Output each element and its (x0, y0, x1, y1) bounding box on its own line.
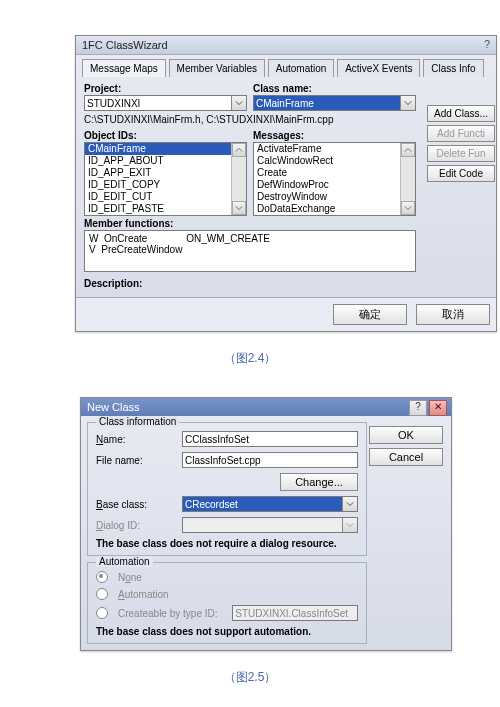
figure-caption: （图2.4） (20, 350, 480, 367)
chevron-down-icon[interactable] (400, 96, 415, 110)
list-item[interactable]: ID_EDIT_PASTE (85, 203, 246, 215)
group-title: Automation (96, 556, 153, 567)
baseclass-combo[interactable]: CRecordset (182, 496, 358, 512)
scroll-up-icon[interactable] (232, 143, 246, 157)
objectids-list[interactable]: CMainFrame ID_APP_ABOUT ID_APP_EXIT ID_E… (84, 142, 247, 216)
close-icon[interactable]: ✕ (429, 400, 447, 416)
objectids-label: Object IDs: (84, 130, 247, 141)
tab-member-variables[interactable]: Member Variables (169, 59, 265, 77)
dialog-buttons: OK Cancel (363, 426, 443, 470)
project-combo[interactable]: STUDXINXI (84, 95, 247, 111)
tab-automation[interactable]: Automation (268, 59, 335, 77)
list-item[interactable]: DestroyWindow (254, 191, 415, 203)
button-bar: 确定 取消 (76, 297, 496, 331)
delete-function-button: Delete Fun (427, 145, 495, 162)
edit-code-button[interactable]: Edit Code (427, 165, 495, 182)
side-buttons: Add Class... Add Functi Delete Fun Edit … (427, 105, 497, 185)
chevron-down-icon[interactable] (342, 497, 357, 511)
ok-button[interactable]: OK (369, 426, 443, 444)
name-label: Name: (96, 434, 176, 445)
list-item[interactable]: ID_APP_EXIT (85, 167, 246, 179)
file-path: C:\STUDXINXI\MainFrm.h, C:\STUDXINXI\Mai… (84, 114, 416, 125)
title-text: 1FC ClassWizard (82, 39, 168, 51)
radio-createable (96, 607, 108, 619)
ok-button[interactable]: 确定 (333, 304, 407, 325)
classname-combo[interactable]: CMainFrame (253, 95, 416, 111)
list-item[interactable]: DoDataExchange (254, 203, 415, 215)
messages-label: Messages: (253, 130, 416, 141)
list-item[interactable]: DefWindowProc (254, 179, 415, 191)
figure-caption: （图2.5） (20, 669, 480, 686)
tab-class-info[interactable]: Class Info (423, 59, 483, 77)
classname-label: Class name: (253, 83, 416, 94)
list-item[interactable]: GetActiveDocument (254, 215, 415, 216)
add-function-button: Add Functi (427, 125, 495, 142)
add-class-button[interactable]: Add Class... (427, 105, 495, 122)
messages-list[interactable]: ActivateFrame CalcWindowRect Create DefW… (253, 142, 416, 216)
scroll-up-icon[interactable] (401, 143, 415, 157)
titlebar: 1FC ClassWizard ? (76, 36, 496, 55)
chevron-down-icon (342, 518, 357, 532)
filename-label: File name: (96, 455, 176, 466)
list-item[interactable]: CMainFrame (85, 143, 246, 155)
list-item[interactable]: CalcWindowRect (254, 155, 415, 167)
tab-activex-events[interactable]: ActiveX Events (337, 59, 420, 77)
radio-automation (96, 588, 108, 600)
baseclass-label: Base class: (96, 499, 176, 510)
list-item[interactable]: W OnCreate ON_WM_CREATE (89, 233, 411, 244)
automation-label: Automation (118, 589, 169, 600)
scroll-down-icon[interactable] (232, 201, 246, 215)
group-title: Class information (96, 416, 179, 427)
list-item[interactable]: Create (254, 167, 415, 179)
cancel-button[interactable]: Cancel (369, 448, 443, 466)
name-input[interactable]: CClassInfoSet (182, 431, 358, 447)
scrollbar[interactable] (231, 143, 246, 215)
dialogid-combo (182, 517, 358, 533)
radio-none (96, 571, 108, 583)
scroll-down-icon[interactable] (401, 201, 415, 215)
typeid-input: STUDXINXI.ClassInfoSet (232, 605, 358, 621)
newclass-dialog: New Class ? ✕ OK Cancel Class informatio… (80, 397, 452, 651)
project-label: Project: (84, 83, 247, 94)
classname-value: CMainFrame (256, 98, 314, 109)
help-icon[interactable]: ? (409, 400, 427, 416)
none-label: None (118, 572, 142, 583)
classinfo-group: Class information Name: CClassInfoSet Fi… (87, 422, 367, 556)
project-value: STUDXINXI (87, 98, 140, 109)
memberfunctions-label: Member functions: (84, 218, 416, 229)
tab-strip: Message Maps Member Variables Automation… (76, 55, 496, 77)
list-item[interactable]: ID_EDIT_CUT (85, 191, 246, 203)
chevron-down-icon[interactable] (231, 96, 246, 110)
description-label: Description: (84, 278, 416, 289)
tab-message-maps[interactable]: Message Maps (82, 59, 166, 77)
list-item[interactable]: V PreCreateWindow (89, 244, 411, 255)
list-item[interactable]: ID_APP_ABOUT (85, 155, 246, 167)
list-item[interactable]: ActivateFrame (254, 143, 415, 155)
list-item[interactable]: ID_EDIT_COPY (85, 179, 246, 191)
cancel-button[interactable]: 取消 (416, 304, 490, 325)
list-item[interactable]: ID_EDIT_UNDO (85, 215, 246, 216)
change-button[interactable]: Change... (280, 473, 358, 491)
filename-input[interactable]: ClassInfoSet.cpp (182, 452, 358, 468)
automation-group: Automation None Automation Createable by… (87, 562, 367, 644)
title-text: New Class (87, 401, 140, 413)
memberfunctions-list[interactable]: W OnCreate ON_WM_CREATE V PreCreateWindo… (84, 230, 416, 272)
scrollbar[interactable] (400, 143, 415, 215)
note-text: The base class does not support automati… (96, 626, 358, 637)
titlebar: New Class ? ✕ (81, 398, 451, 416)
help-icon[interactable]: ? (484, 38, 490, 50)
createable-label: Createable by type ID: (118, 608, 218, 619)
dialogid-label: Dialog ID: (96, 520, 176, 531)
note-text: The base class does not require a dialog… (96, 538, 358, 549)
classwizard-dialog: 1FC ClassWizard ? Message Maps Member Va… (75, 35, 497, 332)
